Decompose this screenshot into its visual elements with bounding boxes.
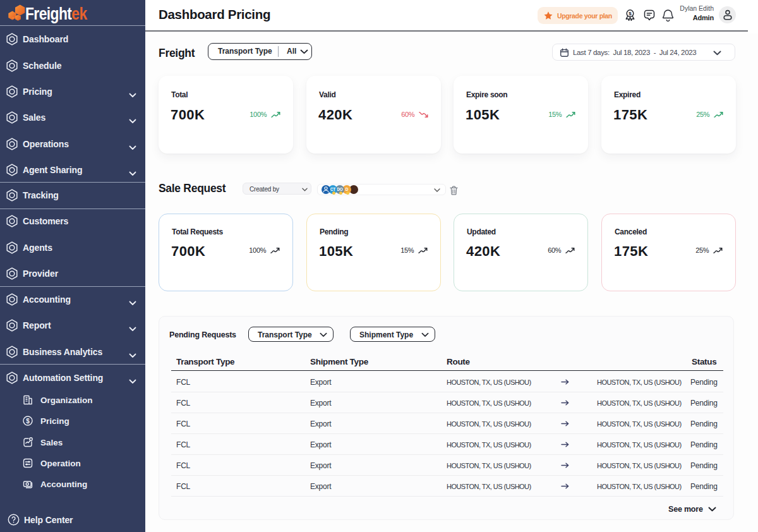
svg-text:$: $ xyxy=(629,11,632,16)
svg-text:$: $ xyxy=(26,418,30,425)
